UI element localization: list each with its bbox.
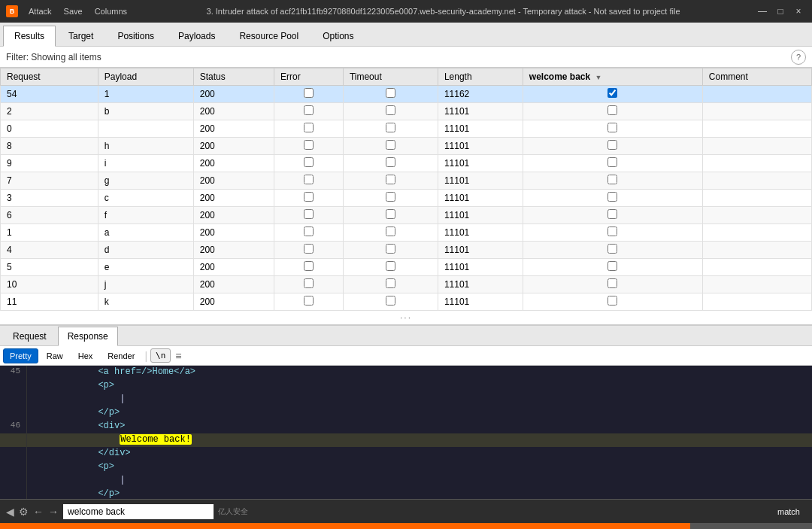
row-checkbox[interactable]	[386, 140, 395, 150]
line-content: Welcome back!	[27, 433, 812, 447]
row-checkbox[interactable]	[607, 296, 617, 306]
format-pretty[interactable]: Pretty	[3, 348, 38, 363]
line-content: </p>	[27, 488, 812, 499]
row-checkbox[interactable]	[386, 226, 395, 236]
row-checkbox[interactable]	[304, 140, 314, 150]
row-checkbox[interactable]	[386, 105, 395, 115]
row-checkbox[interactable]	[304, 296, 314, 306]
tab-results[interactable]: Results	[3, 26, 56, 47]
col-length[interactable]: Length	[438, 68, 523, 86]
title-bar: B Attack Save Columns 3. Intruder attack…	[0, 0, 812, 23]
menu-icon[interactable]: ≡	[172, 348, 184, 363]
menu-attack[interactable]: Attack	[24, 5, 56, 17]
search-forward-button[interactable]: →	[48, 506, 59, 518]
sort-arrow: ▼	[595, 74, 602, 81]
search-prev-button[interactable]: ◀	[6, 506, 14, 518]
table-row[interactable]: 6f20011101	[1, 207, 812, 224]
tab-resource-pool[interactable]: Resource Pool	[228, 26, 310, 46]
table-row[interactable]: 020011101	[1, 120, 812, 138]
row-checkbox[interactable]	[607, 244, 617, 254]
tab-response[interactable]: Response	[58, 327, 118, 346]
settings-icon[interactable]: ⚙	[19, 506, 29, 518]
row-checkbox[interactable]	[607, 261, 617, 271]
row-checkbox[interactable]	[304, 226, 314, 236]
row-checkbox[interactable]	[386, 278, 395, 288]
row-checkbox[interactable]	[607, 88, 617, 98]
table-row[interactable]: 4d20011101	[1, 242, 812, 259]
code-line: <p>	[0, 461, 812, 474]
row-checkbox[interactable]	[386, 88, 395, 98]
html-tag: <a href=/>Home</a>	[98, 366, 195, 377]
row-checkbox[interactable]	[304, 105, 314, 115]
col-payload[interactable]: Payload	[98, 68, 193, 86]
help-button[interactable]: ?	[791, 50, 806, 65]
row-checkbox[interactable]	[304, 209, 314, 219]
row-checkbox[interactable]	[304, 175, 314, 184]
row-checkbox[interactable]	[607, 157, 617, 167]
col-status[interactable]: Status	[193, 68, 274, 86]
format-raw[interactable]: Raw	[40, 348, 70, 363]
format-render[interactable]: Render	[101, 348, 141, 363]
col-request[interactable]: Request	[1, 68, 98, 86]
row-checkbox[interactable]	[386, 244, 395, 254]
row-checkbox[interactable]	[304, 278, 314, 288]
table-row[interactable]: 10j20011101	[1, 276, 812, 293]
row-checkbox[interactable]	[386, 261, 395, 271]
tab-options[interactable]: Options	[311, 26, 365, 46]
table-row[interactable]: 8h20011101	[1, 138, 812, 155]
row-checkbox[interactable]	[386, 175, 395, 184]
row-checkbox[interactable]	[304, 244, 314, 254]
table-row[interactable]: 9i20011101	[1, 155, 812, 172]
table-row[interactable]: 54120011162	[1, 86, 812, 103]
table-row[interactable]: 7g20011101	[1, 172, 812, 190]
format-hex[interactable]: Hex	[71, 348, 100, 363]
row-checkbox[interactable]	[607, 278, 617, 288]
search-input[interactable]	[63, 504, 214, 519]
watermark: 亿人安全	[218, 506, 248, 517]
row-checkbox[interactable]	[607, 175, 617, 184]
row-checkbox[interactable]	[304, 192, 314, 202]
code-view[interactable]: 45 <a href=/>Home</a> <p> | </p>46 <div>…	[0, 366, 812, 499]
line-content: <p>	[27, 461, 812, 474]
table-row[interactable]: 5e20011101	[1, 259, 812, 276]
row-checkbox[interactable]	[386, 123, 395, 132]
row-checkbox[interactable]	[304, 123, 314, 132]
tab-target[interactable]: Target	[57, 26, 105, 46]
row-checkbox[interactable]	[304, 261, 314, 271]
row-checkbox[interactable]	[607, 140, 617, 150]
table-row[interactable]: 2b20011101	[1, 103, 812, 120]
row-checkbox[interactable]	[304, 157, 314, 167]
col-timeout[interactable]: Timeout	[343, 68, 438, 86]
search-back-button[interactable]: ←	[33, 506, 44, 518]
col-comment[interactable]: Comment	[702, 68, 811, 86]
close-button[interactable]: ×	[791, 4, 806, 19]
ln-button[interactable]: \n	[150, 348, 171, 363]
bottom-tabs: Request Response	[0, 325, 812, 346]
row-checkbox[interactable]	[386, 192, 395, 202]
row-checkbox[interactable]	[386, 157, 395, 167]
tab-request[interactable]: Request	[3, 327, 56, 345]
col-welcomeback[interactable]: welcome back ▼	[523, 68, 702, 86]
line-number	[0, 393, 27, 406]
code-line: </div>	[0, 447, 812, 461]
table-row[interactable]: 11k20011101	[1, 293, 812, 311]
table-row[interactable]: 1a20011101	[1, 224, 812, 242]
maximize-button[interactable]: □	[773, 4, 788, 19]
menu-save[interactable]: Save	[59, 5, 87, 17]
row-checkbox[interactable]	[386, 296, 395, 306]
minimize-button[interactable]: —	[755, 4, 770, 19]
tab-payloads[interactable]: Payloads	[167, 26, 226, 46]
col-error[interactable]: Error	[274, 68, 344, 86]
row-checkbox[interactable]	[607, 123, 617, 132]
results-table-container: Request Payload Status Error Timeout Len…	[0, 68, 812, 325]
tab-positions[interactable]: Positions	[106, 26, 165, 46]
row-checkbox[interactable]	[607, 192, 617, 202]
row-checkbox[interactable]	[607, 226, 617, 236]
row-checkbox[interactable]	[386, 209, 395, 219]
row-checkbox[interactable]	[607, 105, 617, 115]
row-checkbox[interactable]	[304, 88, 314, 98]
line-number	[0, 474, 27, 488]
table-row[interactable]: 3c20011101	[1, 190, 812, 207]
menu-columns[interactable]: Columns	[90, 5, 132, 17]
row-checkbox[interactable]	[607, 209, 617, 219]
